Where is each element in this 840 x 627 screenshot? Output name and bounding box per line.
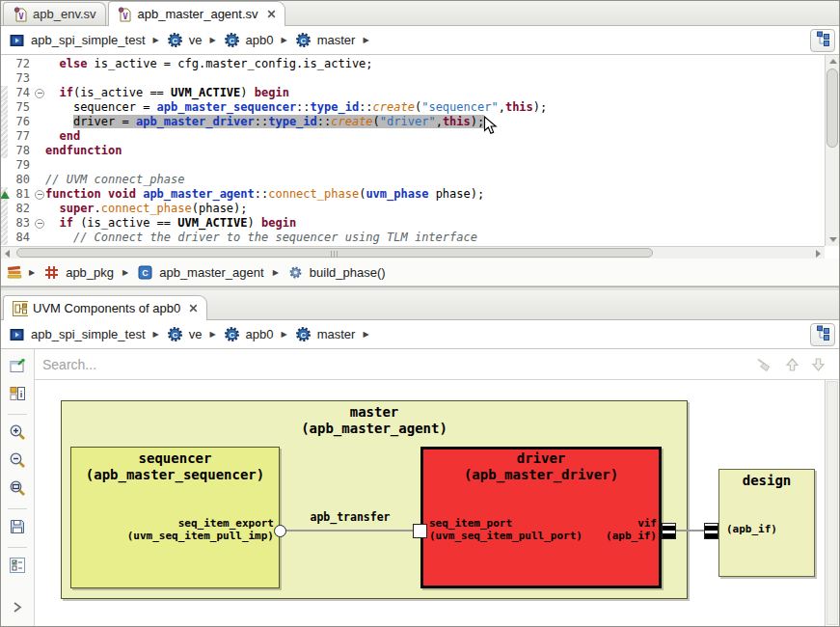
horizontal-scroll-thumb[interactable] — [16, 248, 653, 258]
zoom-in-button[interactable] — [5, 422, 30, 446]
editor-vertical-scrollbar[interactable] — [825, 55, 839, 246]
editor-horizontal-scrollbar[interactable] — [1, 246, 825, 259]
svg-text:C: C — [229, 37, 234, 45]
code-line-74[interactable]: 74 if(is_active == UVM_ACTIVE) begin — [1, 86, 825, 100]
code-text — [45, 71, 825, 86]
fold-minus-icon[interactable] — [33, 187, 45, 202]
fold-column — [33, 158, 45, 173]
driver-vif-port[interactable] — [662, 523, 676, 539]
breadcrumb-item[interactable]: apb_spi_simple_test — [31, 327, 146, 341]
scroll-up-arrow-icon[interactable] — [829, 59, 837, 64]
breadcrumb-item[interactable]: apb0 — [246, 327, 274, 341]
breadcrumb-item[interactable]: apb0 — [246, 33, 274, 47]
change-marker — [1, 173, 8, 187]
line-number[interactable]: 74 — [8, 86, 33, 100]
breadcrumb-arrow-icon: ▶ — [282, 36, 287, 44]
pin-view-button[interactable] — [5, 355, 30, 379]
save-button[interactable] — [5, 516, 30, 540]
uvm-diagram-canvas[interactable]: master(apb_master_agent) sequencer(apb_m… — [35, 380, 839, 626]
line-number[interactable]: 82 — [8, 202, 33, 216]
design-if-port[interactable] — [704, 523, 718, 539]
hierarchy-toggle-button[interactable] — [810, 323, 835, 346]
breadcrumb-item[interactable]: master — [317, 327, 356, 341]
breadcrumb-arrow-icon: ▶ — [153, 330, 159, 339]
zoom-fit-button[interactable] — [5, 477, 30, 502]
test-node-icon — [9, 326, 25, 342]
info-view-button[interactable]: i — [5, 383, 30, 407]
expand-chevron-icon — [13, 600, 22, 617]
vertical-scroll-thumb[interactable] — [826, 68, 838, 148]
code-line-81[interactable]: 81function void apb_master_agent::connec… — [1, 187, 825, 202]
code-text: endfunction — [45, 144, 825, 158]
hierarchy-toggle-button[interactable] — [810, 29, 835, 52]
code-text: function void apb_master_agent::connect_… — [45, 187, 825, 202]
fold-column — [33, 231, 45, 245]
line-number[interactable]: 76 — [8, 115, 33, 129]
code-text: driver = apb_master_driver::type_id::cre… — [45, 115, 825, 129]
zoom-out-button[interactable] — [5, 450, 30, 474]
breadcrumb-item[interactable]: build_phase() — [310, 265, 386, 280]
breadcrumb-item[interactable]: apb_spi_simple_test — [31, 33, 146, 47]
code-line-83[interactable]: 83 if (is_active == UVM_ACTIVE) begin — [1, 216, 825, 231]
code-line-75[interactable]: 75 sequencer = apb_master_sequencer::typ… — [1, 100, 825, 115]
breadcrumb-item[interactable]: apb_master_agent — [159, 265, 263, 280]
line-number[interactable]: 83 — [8, 216, 33, 231]
line-number[interactable]: 79 — [8, 158, 33, 173]
filter-options-button[interactable] — [5, 555, 30, 579]
line-number[interactable]: 72 — [8, 57, 33, 71]
search-input[interactable] — [35, 357, 755, 372]
editor-tab-apb_env-sv[interactable]: Vapb_env.sv — [3, 2, 106, 25]
line-number[interactable]: 84 — [8, 231, 33, 245]
code-line-80[interactable]: 80// UVM connect_phase — [1, 173, 825, 187]
change-marker — [1, 231, 8, 245]
breadcrumb-item[interactable]: ve — [189, 327, 203, 341]
code-line-73[interactable]: 73 — [1, 71, 825, 86]
diagram-scroll-thumb[interactable] — [826, 381, 838, 625]
code-line-84[interactable]: 84 // Connect the driver to the sequence… — [1, 231, 825, 245]
code-line-76[interactable]: 76 driver = apb_master_driver::type_id::… — [1, 115, 825, 129]
code-editor[interactable]: 72 else is_active = cfg.master_config.is… — [1, 55, 839, 259]
arrow-up-icon — [785, 357, 799, 372]
components-breadcrumb: apb_spi_simple_test▶Cve▶Capb0▶Cmaster▶ — [1, 320, 839, 349]
breadcrumb-item[interactable]: ve — [189, 33, 203, 47]
change-marker — [1, 158, 8, 173]
change-marker — [1, 57, 8, 71]
tab-uvm-components[interactable]: UVM Components of apb0 — [3, 295, 207, 320]
code-line-78[interactable]: 78endfunction — [1, 144, 825, 158]
code-text: sequencer = apb_master_sequencer::type_i… — [45, 100, 825, 115]
expand-chevron-button[interactable] — [5, 596, 30, 620]
breadcrumb-item[interactable]: apb_pkg — [66, 265, 114, 280]
code-line-72[interactable]: 72 else is_active = cfg.master_config.is… — [1, 57, 825, 71]
seq-item-export-port[interactable] — [274, 525, 286, 537]
breadcrumb-item[interactable]: master — [317, 33, 356, 47]
fold-minus-icon[interactable] — [33, 86, 45, 100]
scroll-down-arrow-icon[interactable] — [829, 237, 837, 242]
seq-item-port[interactable] — [413, 524, 427, 538]
close-icon[interactable] — [267, 10, 276, 18]
clear-broom-button — [755, 357, 773, 372]
driver-vif-label: vif(apb_if) — [517, 518, 657, 542]
line-number[interactable]: 75 — [8, 100, 33, 115]
line-number[interactable]: 77 — [8, 129, 33, 144]
close-icon[interactable] — [189, 304, 198, 313]
code-line-77[interactable]: 77 end — [1, 129, 825, 144]
scroll-right-arrow-icon[interactable] — [816, 250, 821, 258]
line-number[interactable]: 81 — [8, 187, 33, 202]
code-line-79[interactable]: 79 — [1, 158, 825, 173]
fold-minus-icon[interactable] — [33, 216, 45, 231]
clear-broom-icon — [755, 357, 773, 372]
line-number[interactable]: 78 — [8, 144, 33, 158]
breadcrumb-arrow-icon: ▶ — [29, 268, 35, 277]
fold-column — [33, 144, 45, 158]
driver-title: driver(apb_master_driver) — [420, 450, 662, 483]
code-text: // UVM connect_phase — [45, 173, 825, 187]
editor-tab-apb_master_agent-sv[interactable]: Vapb_master_agent.sv — [108, 1, 285, 26]
sequencer-export-label: seq_item_export(uvm_seq_item_pull_imp) — [70, 518, 274, 542]
line-number[interactable]: 73 — [8, 71, 33, 86]
svg-text:V: V — [122, 12, 128, 21]
scroll-left-arrow-icon[interactable] — [5, 250, 10, 258]
code-area[interactable]: 72 else is_active = cfg.master_config.is… — [1, 55, 825, 246]
code-line-82[interactable]: 82 super.connect_phase(phase); — [1, 202, 825, 216]
diagram-vertical-scrollbar[interactable] — [825, 380, 839, 626]
line-number[interactable]: 80 — [8, 173, 33, 187]
